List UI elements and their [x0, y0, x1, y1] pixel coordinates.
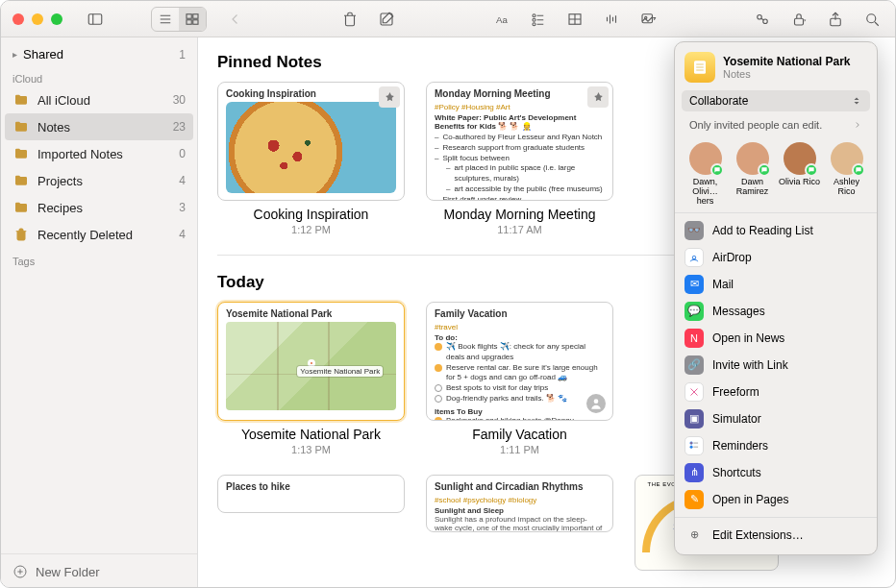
folder-icon	[12, 172, 30, 189]
shared-label: Shared	[23, 47, 63, 61]
delete-icon[interactable]	[336, 8, 363, 31]
edit-extensions[interactable]: ⊕ Edit Extensions…	[675, 522, 877, 549]
folder-icon	[12, 118, 30, 135]
sidebar-item-projects[interactable]: Projects4	[1, 167, 197, 194]
search-icon[interactable]	[859, 8, 885, 31]
app-icon: ✉︎	[684, 275, 704, 294]
person[interactable]: Olivia Rico	[779, 142, 820, 207]
shared-avatar-icon	[585, 392, 608, 415]
share-option[interactable]: NOpen in News	[675, 325, 877, 352]
note-thumb: Monday Morning Meeting #Policy #Housing …	[426, 82, 613, 201]
svg-point-36	[594, 399, 599, 404]
svg-rect-6	[193, 13, 198, 18]
note-card[interactable]: Family Vacation #travel To do: ✈️ Book f…	[426, 302, 613, 455]
sidebar-item-allicloud[interactable]: All iCloud30	[1, 86, 197, 113]
share-subtitle: Notes	[723, 68, 851, 80]
note-card[interactable]: Cooking Inspiration Cooking Inspiration …	[217, 82, 405, 235]
share-option[interactable]: 💬Messages	[675, 298, 877, 325]
pin-icon[interactable]	[379, 86, 400, 108]
svg-point-42	[690, 442, 692, 444]
gallery-view-icon[interactable]	[179, 8, 206, 31]
permission-row[interactable]: Only invited people can edit.	[682, 115, 870, 135]
note-thumb: Family Vacation #travel To do: ✈️ Book f…	[426, 302, 613, 421]
titlebar: Aa	[1, 1, 895, 37]
person[interactable]: Dawn Ramirez	[732, 142, 773, 207]
table-icon[interactable]	[561, 8, 588, 31]
svg-line-28	[760, 18, 763, 20]
toggle-sidebar-icon[interactable]	[82, 8, 109, 31]
app-icon	[684, 436, 704, 455]
person[interactable]: Dawn, Olivi…hers	[684, 142, 726, 207]
note-card[interactable]: Sunlight and Circadian Rhythms #school #…	[426, 475, 613, 571]
app-icon: ✎	[684, 490, 704, 509]
svg-point-31	[867, 13, 876, 22]
back-icon[interactable]	[222, 8, 249, 31]
share-option[interactable]: 👓Add to Reading List	[675, 217, 877, 244]
view-segment	[151, 7, 207, 32]
pizza-image	[226, 102, 396, 193]
share-option[interactable]: ✉︎Mail	[675, 271, 877, 298]
sidebar-item-recentlydeleted[interactable]: Recently Deleted4	[1, 221, 197, 248]
sidebar-item-recipes[interactable]: Recipes3	[1, 194, 197, 221]
app-icon: 👓	[684, 221, 704, 240]
share-option[interactable]: ✎Open in Pages	[675, 486, 877, 513]
link-icon[interactable]	[749, 8, 776, 31]
lock-icon[interactable]	[785, 8, 812, 31]
sidebar-shared[interactable]: ▸ Shared 1	[1, 37, 197, 65]
svg-point-15	[533, 22, 535, 25]
collaborate-dropdown[interactable]: Collaborate	[682, 90, 870, 111]
media-icon[interactable]	[635, 8, 661, 31]
share-title: Yosemite National Park	[723, 55, 851, 68]
audio-icon[interactable]	[598, 8, 625, 31]
icloud-header: iCloud	[1, 65, 197, 86]
chevron-right-icon	[853, 120, 862, 130]
share-option[interactable]: ⋔Shortcuts	[675, 459, 877, 486]
app-icon: N	[684, 329, 704, 348]
tags-header: Tags	[1, 248, 197, 269]
sidebar-item-notes[interactable]: Notes23	[5, 113, 193, 140]
new-folder-button[interactable]: New Folder	[1, 553, 197, 588]
note-thumb: Cooking Inspiration	[217, 82, 405, 201]
note-card-yosemite[interactable]: Yosemite National Park Yosemite National…	[217, 302, 405, 455]
notes-app-icon	[684, 52, 715, 83]
compose-icon[interactable]	[373, 8, 400, 31]
zoom-window[interactable]	[51, 13, 62, 25]
map-preview: Yosemite National Park	[226, 322, 396, 410]
share-option[interactable]: Reminders	[675, 432, 877, 459]
window-controls	[1, 13, 62, 25]
trash-icon	[12, 226, 30, 243]
svg-point-11	[533, 13, 535, 16]
svg-text:Aa: Aa	[496, 13, 509, 24]
folder-icon	[12, 199, 30, 216]
svg-line-32	[875, 22, 879, 26]
checklist-icon[interactable]	[525, 8, 552, 31]
minimize-window[interactable]	[32, 13, 43, 25]
svg-rect-5	[187, 13, 191, 18]
share-icon[interactable]	[822, 8, 849, 31]
folder-icon	[12, 91, 30, 109]
person[interactable]: Ashley Rico	[826, 142, 867, 207]
pin-icon[interactable]	[587, 86, 609, 108]
list-view-icon[interactable]	[152, 8, 179, 31]
share-option[interactable]: Freeform	[675, 379, 877, 405]
share-option[interactable]: 🔗Invite with Link	[675, 352, 877, 379]
chevron-right-icon: ▸	[12, 49, 17, 60]
sidebar-item-imported[interactable]: Imported Notes0	[1, 140, 197, 167]
share-option[interactable]: AirDrop	[675, 244, 877, 271]
app-icon: 💬	[684, 302, 704, 321]
note-thumb: Sunlight and Circadian Rhythms #school #…	[426, 475, 613, 532]
note-card[interactable]: Places to hike	[217, 475, 405, 571]
plus-circle-icon	[12, 564, 28, 579]
svg-point-13	[533, 18, 535, 21]
updown-icon	[851, 95, 862, 107]
note-card[interactable]: Monday Morning Meeting #Policy #Housing …	[426, 82, 613, 235]
svg-rect-8	[193, 19, 198, 24]
close-window[interactable]	[12, 13, 24, 25]
sidebar: ▸ Shared 1 iCloud All iCloud30 Notes23 I…	[1, 37, 198, 588]
format-icon[interactable]: Aa	[488, 8, 515, 31]
note-thumb: Places to hike	[217, 475, 405, 513]
app-icon	[684, 248, 704, 267]
share-option[interactable]: ▣Simulator	[675, 405, 877, 432]
note-thumb: Yosemite National Park Yosemite National…	[217, 302, 405, 421]
svg-point-43	[690, 446, 692, 448]
